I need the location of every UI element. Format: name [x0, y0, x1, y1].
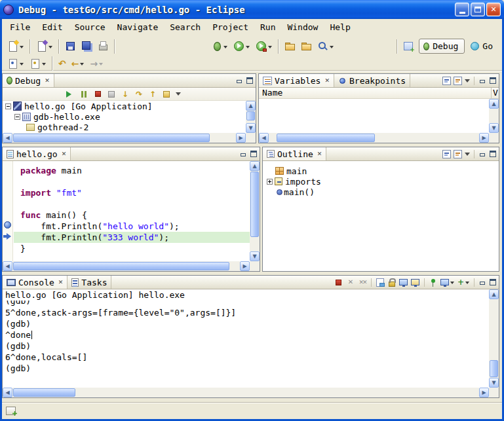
scrollbar-thumb[interactable] [13, 262, 229, 270]
breakpoint-marker[interactable] [4, 221, 11, 229]
use-step-filters-button[interactable] [162, 89, 171, 99]
clear-console-button[interactable] [376, 278, 385, 287]
tab-console[interactable]: Console ✕ [3, 276, 68, 289]
outline-item-imports[interactable]: imports [263, 176, 499, 187]
tree-row-thread[interactable]: gothread-2 [3, 122, 246, 132]
console-output[interactable]: (gdb) 5^done,stack-args=[frame={level="0… [3, 301, 489, 388]
annotation-ruler[interactable] [3, 161, 13, 261]
dropdown-icon[interactable] [42, 63, 46, 67]
minimize-view-button[interactable] [239, 150, 247, 158]
minimize-view-button[interactable] [478, 150, 486, 158]
dropdown-icon[interactable] [268, 46, 272, 50]
dropdown-icon[interactable] [450, 282, 454, 286]
scroll-right-button[interactable]: ▶ [236, 133, 246, 143]
scrollbar-track[interactable] [12, 133, 236, 143]
tab-tasks[interactable]: Tasks [68, 276, 111, 289]
scrollbar-thumb[interactable] [13, 134, 210, 142]
scroll-down-button[interactable]: ▼ [489, 378, 499, 388]
maximize-view-button[interactable] [489, 150, 497, 158]
tab-breakpoints[interactable]: Breakpoints [334, 74, 410, 87]
scroll-up-button[interactable]: ▲ [246, 101, 256, 111]
window-close-button[interactable]: ✕ [486, 3, 501, 16]
scroll-up-button[interactable]: ▲ [489, 289, 499, 299]
menu-edit[interactable]: Edit [36, 20, 68, 34]
view-menu-icon[interactable] [465, 79, 470, 85]
step-over-button[interactable]: ↷ [134, 89, 144, 99]
scroll-lock-button[interactable] [387, 278, 397, 287]
terminate-button[interactable] [334, 278, 343, 287]
remove-launch-button[interactable]: ✕ [346, 278, 355, 287]
window-maximize-button[interactable] [471, 3, 485, 16]
fast-view-icon[interactable] [6, 407, 16, 415]
scrollbar-thumb[interactable] [490, 360, 498, 377]
dropdown-icon[interactable] [80, 63, 84, 67]
disconnect-button[interactable] [107, 89, 116, 99]
open-resource-button[interactable] [282, 39, 298, 54]
scrollbar-thumb[interactable] [246, 111, 255, 120]
open-project-button[interactable] [299, 39, 314, 54]
horizontal-scrollbar[interactable]: ◀ ▶ [3, 261, 250, 271]
back-button[interactable]: ← [69, 58, 87, 70]
tab-variables[interactable]: Variables ✕ [259, 74, 334, 87]
close-tab-icon[interactable]: ✕ [58, 280, 64, 285]
perspective-go-button[interactable]: Go [467, 39, 499, 53]
scrollbar-track[interactable] [269, 133, 479, 143]
run-launch-button[interactable] [231, 39, 252, 54]
tree-row-process[interactable]: gdb-hello.exe [3, 111, 246, 122]
vertical-scrollbar[interactable]: ▲ ▼ [489, 99, 499, 133]
filter-icon[interactable] [454, 150, 462, 158]
window-titlebar[interactable]: Debug - testGo/src/cmd/hello.go - Eclips… [0, 0, 504, 19]
close-tab-icon[interactable]: ✕ [317, 151, 322, 157]
scroll-up-button[interactable]: ▲ [489, 99, 499, 109]
close-tab-icon[interactable]: ✕ [62, 151, 67, 157]
view-menu-icon[interactable] [465, 153, 470, 158]
horizontal-scrollbar[interactable]: ◀ ▶ [3, 133, 246, 143]
column-value-header[interactable]: V [492, 88, 499, 98]
open-console-button[interactable]: + [457, 278, 470, 287]
scrollbar-track[interactable] [489, 299, 499, 378]
display-selected-console-button[interactable] [440, 278, 455, 287]
menu-file[interactable]: File [4, 20, 36, 34]
dropdown-icon[interactable] [330, 46, 334, 50]
terminate-button[interactable] [93, 89, 102, 99]
step-return-button[interactable]: ↑ [148, 89, 157, 99]
horizontal-scrollbar[interactable]: ◀ ▶ [3, 388, 489, 397]
vertical-scrollbar[interactable]: ▲ ▼ [250, 161, 260, 261]
show-type-names-icon[interactable] [442, 77, 451, 85]
scroll-down-button[interactable]: ▼ [250, 251, 260, 261]
perspective-debug-button[interactable]: Debug [419, 39, 465, 54]
show-console-stderr-button[interactable] [411, 278, 420, 287]
save-button[interactable] [63, 39, 78, 54]
next-annotation-button[interactable] [5, 58, 26, 70]
menu-navigate[interactable]: Navigate [111, 20, 165, 34]
show-console-stdout-button[interactable] [399, 278, 408, 287]
dropdown-icon[interactable] [246, 46, 250, 50]
maximize-view-button[interactable] [489, 278, 497, 286]
close-tab-icon[interactable]: ✕ [324, 78, 330, 84]
scroll-down-button[interactable]: ▼ [246, 123, 256, 133]
column-name-header[interactable]: Name [259, 88, 492, 98]
code-area[interactable]: package main import "fmt" func main() { … [14, 161, 250, 261]
open-perspective-button[interactable] [401, 39, 416, 54]
dropdown-icon[interactable] [465, 282, 469, 286]
collapse-expander-icon[interactable] [14, 114, 20, 120]
maximize-view-button[interactable] [489, 77, 497, 84]
save-all-button[interactable] [79, 39, 94, 54]
menu-run[interactable]: Run [254, 20, 281, 34]
view-menu-icon[interactable] [176, 92, 181, 98]
search-button[interactable] [315, 39, 336, 54]
new-wizard-button[interactable] [5, 39, 26, 54]
horizontal-scrollbar[interactable]: ◀ ▶ [259, 133, 489, 143]
minimize-view-button[interactable] [235, 77, 243, 84]
tab-debug[interactable]: Debug ✕ [3, 74, 54, 87]
menu-search[interactable]: Search [164, 20, 206, 34]
scroll-up-button[interactable]: ▲ [250, 161, 260, 171]
maximize-view-button[interactable] [250, 150, 258, 158]
minimize-view-button[interactable] [478, 77, 486, 84]
minimize-view-button[interactable] [478, 278, 486, 286]
scrollbar-thumb[interactable] [277, 134, 375, 142]
new-project-button[interactable] [34, 39, 55, 54]
dropdown-icon[interactable] [223, 46, 227, 50]
window-minimize-button[interactable] [455, 3, 469, 16]
scrollbar-track[interactable] [246, 111, 256, 123]
